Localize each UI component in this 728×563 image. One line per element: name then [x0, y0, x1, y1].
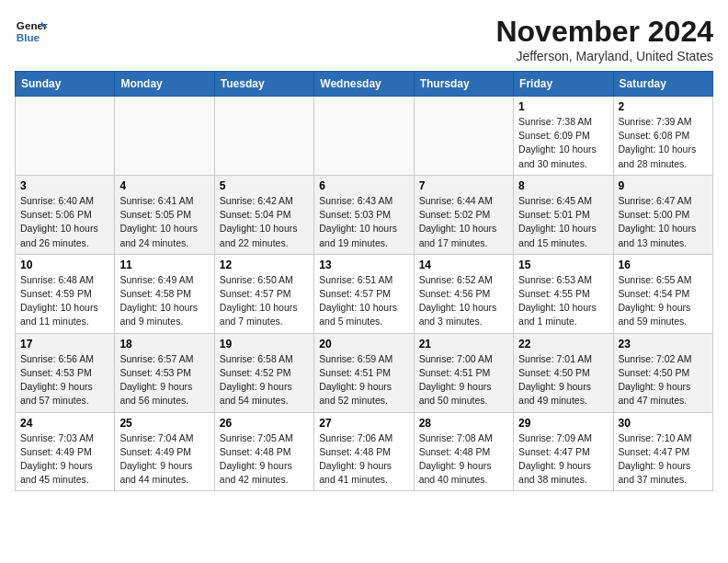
calendar-cell — [414, 97, 513, 176]
day-number: 17 — [20, 338, 109, 350]
day-info: Sunrise: 7:01 AM Sunset: 4:50 PM Dayligh… — [518, 352, 608, 408]
day-number: 30 — [619, 417, 708, 430]
day-info: Sunrise: 7:39 AM Sunset: 6:08 PM Dayligh… — [619, 115, 708, 171]
day-info: Sunrise: 6:43 AM Sunset: 5:03 PM Dayligh… — [319, 194, 408, 250]
calendar-week-5: 24Sunrise: 7:03 AM Sunset: 4:49 PM Dayli… — [16, 412, 713, 491]
weekday-header-tuesday: Tuesday — [214, 72, 313, 97]
calendar-week-4: 17Sunrise: 6:56 AM Sunset: 4:53 PM Dayli… — [16, 333, 713, 412]
day-info: Sunrise: 6:52 AM Sunset: 4:56 PM Dayligh… — [419, 273, 508, 329]
day-info: Sunrise: 6:51 AM Sunset: 4:57 PM Dayligh… — [319, 273, 408, 329]
calendar-cell: 12Sunrise: 6:50 AM Sunset: 4:57 PM Dayli… — [214, 254, 313, 333]
calendar-week-1: 1Sunrise: 7:38 AM Sunset: 6:09 PM Daylig… — [16, 97, 713, 176]
day-number: 4 — [119, 179, 209, 192]
weekday-header-monday: Monday — [115, 72, 214, 97]
day-number: 2 — [619, 100, 708, 113]
calendar-cell: 29Sunrise: 7:09 AM Sunset: 4:47 PM Dayli… — [514, 412, 613, 491]
day-info: Sunrise: 6:47 AM Sunset: 5:00 PM Dayligh… — [619, 194, 708, 250]
calendar-cell: 2Sunrise: 7:39 AM Sunset: 6:08 PM Daylig… — [613, 97, 712, 176]
day-info: Sunrise: 6:55 AM Sunset: 4:54 PM Dayligh… — [619, 273, 708, 329]
day-info: Sunrise: 7:06 AM Sunset: 4:48 PM Dayligh… — [319, 431, 408, 488]
calendar-week-3: 10Sunrise: 6:48 AM Sunset: 4:59 PM Dayli… — [16, 254, 713, 333]
location: Jefferson, Maryland, United States — [495, 49, 713, 63]
day-info: Sunrise: 7:00 AM Sunset: 4:51 PM Dayligh… — [419, 352, 508, 408]
weekday-header-saturday: Saturday — [613, 72, 712, 97]
day-number: 9 — [619, 179, 708, 192]
calendar-cell: 20Sunrise: 6:59 AM Sunset: 4:51 PM Dayli… — [314, 333, 414, 412]
title-area: November 2024 Jefferson, Maryland, Unite… — [495, 15, 713, 63]
calendar-cell — [214, 97, 313, 176]
day-number: 8 — [518, 179, 608, 192]
calendar-cell: 9Sunrise: 6:47 AM Sunset: 5:00 PM Daylig… — [613, 175, 712, 254]
day-number: 25 — [119, 417, 209, 430]
day-number: 6 — [319, 179, 408, 192]
calendar-cell — [115, 97, 214, 176]
day-number: 14 — [419, 259, 508, 271]
day-number: 28 — [419, 417, 508, 430]
day-info: Sunrise: 7:03 AM Sunset: 4:49 PM Dayligh… — [20, 431, 109, 488]
day-info: Sunrise: 6:57 AM Sunset: 4:53 PM Dayligh… — [119, 352, 209, 408]
day-number: 16 — [619, 259, 708, 271]
calendar-cell: 18Sunrise: 6:57 AM Sunset: 4:53 PM Dayli… — [115, 333, 214, 412]
day-info: Sunrise: 6:42 AM Sunset: 5:04 PM Dayligh… — [220, 194, 309, 250]
weekday-header-wednesday: Wednesday — [314, 72, 414, 97]
calendar-cell: 13Sunrise: 6:51 AM Sunset: 4:57 PM Dayli… — [314, 254, 414, 333]
day-number: 22 — [518, 338, 608, 350]
day-info: Sunrise: 6:50 AM Sunset: 4:57 PM Dayligh… — [220, 273, 309, 329]
day-info: Sunrise: 6:58 AM Sunset: 4:52 PM Dayligh… — [220, 352, 309, 408]
day-number: 10 — [20, 259, 109, 271]
calendar-cell: 8Sunrise: 6:45 AM Sunset: 5:01 PM Daylig… — [514, 175, 613, 254]
calendar-cell: 19Sunrise: 6:58 AM Sunset: 4:52 PM Dayli… — [214, 333, 313, 412]
calendar-cell: 5Sunrise: 6:42 AM Sunset: 5:04 PM Daylig… — [214, 175, 313, 254]
day-number: 23 — [619, 338, 708, 350]
calendar-body: 1Sunrise: 7:38 AM Sunset: 6:09 PM Daylig… — [16, 97, 713, 491]
month-title: November 2024 — [495, 15, 713, 49]
weekday-header-thursday: Thursday — [414, 72, 513, 97]
day-info: Sunrise: 7:04 AM Sunset: 4:49 PM Dayligh… — [119, 431, 209, 488]
day-info: Sunrise: 6:59 AM Sunset: 4:51 PM Dayligh… — [319, 352, 408, 408]
calendar-cell: 6Sunrise: 6:43 AM Sunset: 5:03 PM Daylig… — [314, 175, 414, 254]
day-info: Sunrise: 6:56 AM Sunset: 4:53 PM Dayligh… — [20, 352, 109, 408]
day-info: Sunrise: 7:02 AM Sunset: 4:50 PM Dayligh… — [619, 352, 708, 408]
day-number: 3 — [20, 179, 109, 192]
calendar-cell: 23Sunrise: 7:02 AM Sunset: 4:50 PM Dayli… — [613, 333, 712, 412]
day-number: 29 — [518, 417, 608, 430]
day-number: 26 — [220, 417, 309, 430]
calendar-cell — [16, 97, 115, 176]
day-info: Sunrise: 6:53 AM Sunset: 4:55 PM Dayligh… — [518, 273, 608, 329]
day-number: 1 — [518, 100, 608, 113]
calendar-cell: 3Sunrise: 6:40 AM Sunset: 5:06 PM Daylig… — [16, 175, 115, 254]
calendar-cell: 25Sunrise: 7:04 AM Sunset: 4:49 PM Dayli… — [115, 412, 214, 491]
calendar-cell: 30Sunrise: 7:10 AM Sunset: 4:47 PM Dayli… — [613, 412, 712, 491]
calendar-cell: 28Sunrise: 7:08 AM Sunset: 4:48 PM Dayli… — [414, 412, 513, 491]
calendar-cell: 14Sunrise: 6:52 AM Sunset: 4:56 PM Dayli… — [414, 254, 513, 333]
day-number: 15 — [518, 259, 608, 271]
day-info: Sunrise: 6:45 AM Sunset: 5:01 PM Dayligh… — [518, 194, 608, 250]
day-info: Sunrise: 7:38 AM Sunset: 6:09 PM Dayligh… — [518, 115, 608, 171]
day-number: 18 — [119, 338, 209, 350]
calendar-cell: 24Sunrise: 7:03 AM Sunset: 4:49 PM Dayli… — [16, 412, 115, 491]
day-number: 24 — [20, 417, 109, 430]
day-info: Sunrise: 7:05 AM Sunset: 4:48 PM Dayligh… — [220, 431, 309, 488]
day-number: 11 — [119, 259, 209, 271]
day-number: 7 — [419, 179, 508, 192]
day-number: 20 — [319, 338, 408, 350]
calendar-table: SundayMondayTuesdayWednesdayThursdayFrid… — [15, 71, 713, 491]
weekday-header-row: SundayMondayTuesdayWednesdayThursdayFrid… — [16, 72, 713, 97]
day-number: 27 — [319, 417, 408, 430]
day-info: Sunrise: 6:41 AM Sunset: 5:05 PM Dayligh… — [119, 194, 209, 250]
day-info: Sunrise: 6:44 AM Sunset: 5:02 PM Dayligh… — [419, 194, 508, 250]
calendar-cell: 15Sunrise: 6:53 AM Sunset: 4:55 PM Dayli… — [514, 254, 613, 333]
calendar-cell: 11Sunrise: 6:49 AM Sunset: 4:58 PM Dayli… — [115, 254, 214, 333]
day-info: Sunrise: 6:49 AM Sunset: 4:58 PM Dayligh… — [119, 273, 209, 329]
calendar-cell — [314, 97, 414, 176]
day-number: 19 — [220, 338, 309, 350]
day-info: Sunrise: 7:10 AM Sunset: 4:47 PM Dayligh… — [619, 431, 708, 488]
logo: General Blue — [15, 15, 48, 48]
calendar-cell: 4Sunrise: 6:41 AM Sunset: 5:05 PM Daylig… — [115, 175, 214, 254]
calendar-cell: 27Sunrise: 7:06 AM Sunset: 4:48 PM Dayli… — [314, 412, 414, 491]
calendar-cell: 17Sunrise: 6:56 AM Sunset: 4:53 PM Dayli… — [16, 333, 115, 412]
day-info: Sunrise: 7:09 AM Sunset: 4:47 PM Dayligh… — [518, 431, 608, 488]
day-number: 5 — [220, 179, 309, 192]
day-info: Sunrise: 6:48 AM Sunset: 4:59 PM Dayligh… — [20, 273, 109, 329]
calendar-cell: 16Sunrise: 6:55 AM Sunset: 4:54 PM Dayli… — [613, 254, 712, 333]
